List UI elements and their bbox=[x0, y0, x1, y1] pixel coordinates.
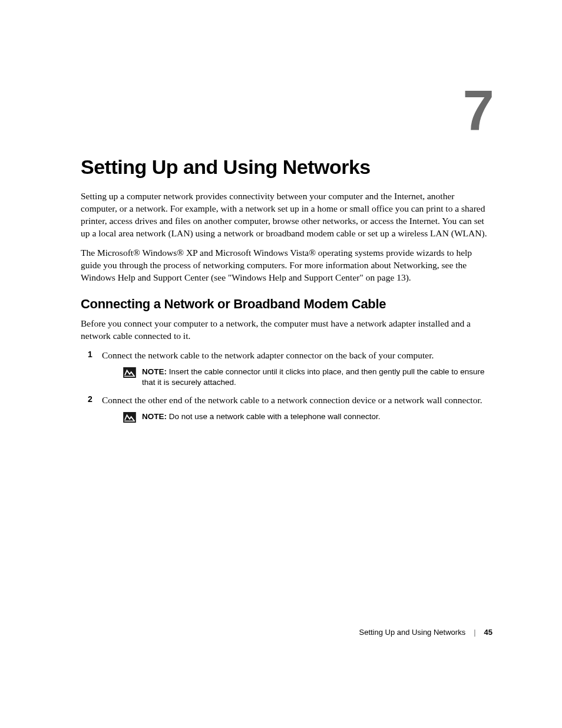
note-body: Insert the cable connector until it clic… bbox=[142, 367, 485, 387]
note-text: NOTE: Insert the cable connector until i… bbox=[142, 367, 493, 388]
note-label: NOTE: bbox=[142, 367, 167, 376]
note-row: NOTE: Insert the cable connector until i… bbox=[123, 367, 493, 388]
note-row: NOTE: Do not use a network cable with a … bbox=[123, 411, 493, 423]
step-text: Connect the network cable to the network… bbox=[102, 350, 434, 360]
intro-paragraph-1: Setting up a computer network provides c… bbox=[81, 190, 493, 240]
note-body: Do not use a network cable with a teleph… bbox=[167, 412, 380, 421]
page-footer: Setting Up and Using Networks | 45 bbox=[359, 628, 492, 637]
section-heading: Connecting a Network or Broadband Modem … bbox=[81, 297, 493, 312]
step-number: 1 bbox=[88, 350, 92, 359]
section-intro: Before you connect your computer to a ne… bbox=[81, 318, 493, 342]
step-number: 2 bbox=[88, 394, 92, 404]
content-area: Setting Up and Using Networks Setting up… bbox=[81, 156, 493, 429]
footer-title: Setting Up and Using Networks bbox=[359, 628, 465, 637]
note-label: NOTE: bbox=[142, 412, 167, 421]
note-icon bbox=[123, 412, 136, 423]
steps-list: 1 Connect the network cable to the netwo… bbox=[81, 350, 493, 422]
step-1: 1 Connect the network cable to the netwo… bbox=[81, 350, 493, 388]
step-2: 2 Connect the other end of the network c… bbox=[81, 394, 493, 423]
page: 7 Setting Up and Using Networks Setting … bbox=[0, 0, 562, 728]
note-icon bbox=[123, 367, 136, 378]
footer-separator: | bbox=[474, 628, 475, 637]
chapter-number: 7 bbox=[463, 83, 494, 139]
step-text: Connect the other end of the network cab… bbox=[102, 395, 482, 405]
intro-paragraph-2: The Microsoft® Windows® XP and Microsoft… bbox=[81, 247, 493, 284]
note-text: NOTE: Do not use a network cable with a … bbox=[142, 411, 380, 422]
page-number: 45 bbox=[484, 628, 492, 637]
page-title: Setting Up and Using Networks bbox=[81, 156, 493, 179]
